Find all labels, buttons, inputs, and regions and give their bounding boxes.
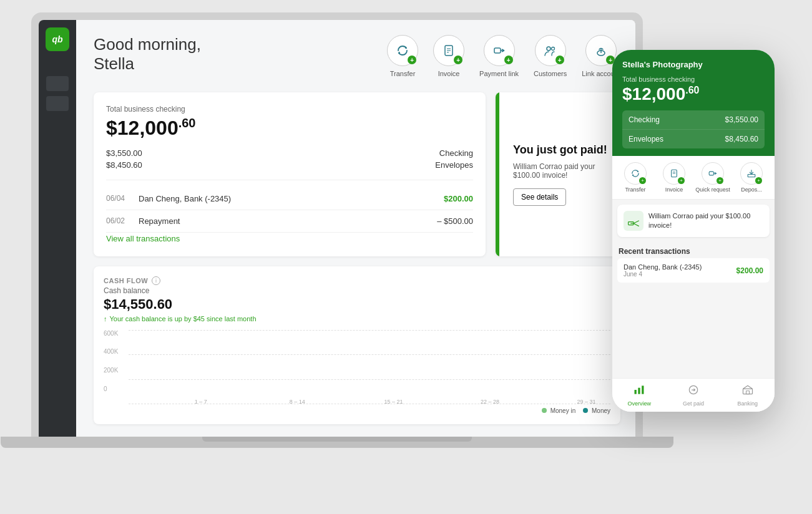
balance-label: Total business checking [106,105,473,114]
balance-breakdown: $3,550.00 Checking $8,450.60 Envelopes [106,148,473,170]
payment-icon-circle: + [484,35,515,66]
overview-nav-icon [633,384,645,399]
qb-logo[interactable]: qb [46,27,69,51]
envelopes-name: Envelopes [435,160,473,170]
y-label-600k: 600K [104,330,126,337]
phone-quick-request-icon: + [702,162,724,185]
tx1-date: 06/04 [106,194,131,203]
phone-deposit-plus: + [755,177,762,184]
phone-checking-amount: $3,550.00 [725,115,758,124]
transaction-row-2: 06/02 Repayment – $500.00 [106,210,473,233]
x-label-29-31 [514,399,562,405]
x-label-22-28b: 22 – 28 [466,399,514,405]
phone-balance-main: $12,000 [622,84,685,104]
tx1-amount: $200.00 [444,194,473,203]
greeting-line1: Good morning, [94,35,201,54]
envelopes-label: $8,450.60 [106,160,142,170]
svg-rect-27 [746,391,749,394]
phone-quick-actions: + Transfer + Invoice [612,156,775,200]
banking-nav-label: Banking [737,400,758,407]
header: Good morning, Stella [94,35,620,77]
phone-transfer-label: Transfer [625,187,645,193]
sidebar-item-2[interactable] [46,96,69,111]
chart-legend: Money in Money [104,407,610,414]
phone-deposit-label: Depos... [741,187,762,193]
transfer-plus: + [408,56,416,64]
phone-envelopes-row: Envelopes $8,450.60 [622,130,765,148]
phone-tx-name: Dan Cheng, Bank (-2345) [624,263,702,271]
sidebar: qb [39,20,76,437]
phone-invoice-icon: + [663,162,685,185]
see-details-button[interactable]: See details [513,188,566,206]
cashflow-header: CASH FLOW i [104,276,610,285]
quick-action-transfer[interactable]: + Transfer [387,35,418,77]
view-all-transactions[interactable]: View all transactions [106,234,180,243]
quick-action-payment[interactable]: + Payment link [479,35,519,77]
customers-icon-circle: + [535,35,566,66]
svg-rect-4 [494,48,501,53]
main-content: Good morning, Stella [76,20,635,437]
phone-envelopes-amount: $8,450.60 [725,135,758,143]
transfer-label: Transfer [390,70,416,77]
phone-app-name: Stella's Photography [622,60,765,69]
phone-action-quick-request[interactable]: + Quick request [695,162,731,193]
phone-deposit-icon: + [740,162,763,185]
phone-transfer-plus: + [639,177,646,184]
quick-action-invoice[interactable]: + Invoice [433,35,464,77]
phone-breakdown: Checking $3,550.00 Envelopes $8,450.60 [622,110,765,148]
phone-nav-getpaid[interactable]: Get paid [667,384,721,407]
laptop-base [1,437,673,448]
notification-card: You just got paid! William Corrao paid y… [496,92,620,256]
chart-x-labels: 1 – 7 8 – 14 15 – 21 22 – 28 29 – 31 [129,399,610,405]
scene: qb Good morning, Stella [0,0,812,514]
legend-money-in: Money in [542,407,575,414]
laptop: qb Good morning, Stella [31,12,643,487]
phone-envelopes-label: Envelopes [629,135,663,143]
quick-action-customers[interactable]: + Customers [534,35,567,77]
x-label-22-28 [418,399,466,405]
phone-nav-overview[interactable]: Overview [612,384,667,407]
phone-action-invoice[interactable]: + Invoice [656,162,692,193]
payment-label: Payment link [479,70,519,77]
cash-balance-label: Cash balance [104,286,610,295]
laptop-body: qb Good morning, Stella [31,12,643,437]
phone-recent-title: Recent transactions [612,242,775,258]
invoice-label: Invoice [438,70,460,77]
transaction-row-1: 06/04 Dan Cheng, Bank (-2345) $200.00 [106,188,473,210]
qb-logo-text: qb [52,34,62,44]
cashflow-info-icon[interactable]: i [152,276,160,285]
phone-action-transfer[interactable]: + Transfer [617,162,653,193]
phone-transaction-row: Dan Cheng, Bank (-2345) June 4 $200.00 [617,258,770,283]
chart-bars [129,330,610,392]
cash-trend: ↑ Your cash balance is up by $45 since l… [104,315,610,322]
laptop-screen: qb Good morning, Stella [39,20,635,437]
payment-plus: + [504,56,513,64]
cashflow-card: CASH FLOW i Cash balance $14,550.60 ↑ Yo… [94,266,620,424]
phone-checking-row: Checking $3,550.00 [622,110,765,130]
phone-notif-icon [624,211,643,231]
chart-area: 600K 400K 200K 0 [104,330,610,405]
getpaid-nav-icon [687,384,700,399]
phone-quick-request-label: Quick request [695,187,730,193]
trend-arrow: ↑ [104,315,107,322]
legend-money-out: Money [583,407,610,414]
legend-dot-in [542,408,547,413]
transactions-list: 06/04 Dan Cheng, Bank (-2345) $200.00 06… [106,180,473,233]
x-label-8-14 [225,399,273,405]
phone-tx-amount: $200.00 [736,266,763,275]
phone-invoice-label: Invoice [665,187,683,193]
sidebar-nav [39,76,76,111]
phone-action-deposit[interactable]: + Depos... [733,162,770,193]
checking-label: $3,550.00 [106,148,142,158]
tx2-amount: – $500.00 [437,216,473,226]
notif-text: William Corrao paid your $100.00 invoice… [513,162,608,180]
trend-text: Your cash balance is up by $45 since las… [110,315,257,322]
balance-card: Total business checking $12,000.60 $3,55… [94,92,486,256]
x-label-1-7 [129,399,177,405]
y-label-0: 0 [104,385,126,392]
dashboard-row-1: Total business checking $12,000.60 $3,55… [94,92,620,256]
phone-balance-label: Total business checking [622,75,765,83]
notif-bar [496,92,499,256]
sidebar-item-1[interactable] [46,76,69,91]
phone-nav-banking[interactable]: Banking [720,384,775,407]
